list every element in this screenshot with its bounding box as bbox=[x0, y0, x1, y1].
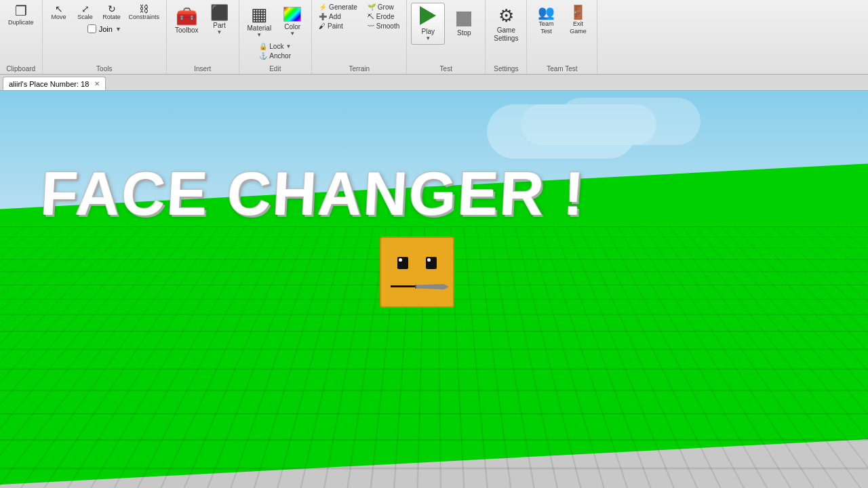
team-icon: 👥 bbox=[538, 4, 555, 20]
part-icon: ⬛ bbox=[210, 5, 229, 20]
tools-section: ↖ Move ⤢ Scale ↻ Rotate ⛓ Constraints Jo… bbox=[43, 0, 167, 74]
move-button[interactable]: ↖ Move bbox=[47, 3, 71, 22]
color-icon bbox=[283, 7, 301, 22]
exit-icon: 🚪 bbox=[570, 4, 587, 20]
duplicate-icon: ❐ bbox=[15, 4, 27, 18]
lock-icon: 🔒 bbox=[259, 43, 267, 50]
gear-icon: ⚙ bbox=[498, 5, 514, 26]
generate-icon: ⚡ bbox=[319, 3, 327, 11]
part-button[interactable]: ⬛ Part ▼ bbox=[205, 3, 235, 38]
add-icon: ➕ bbox=[319, 13, 327, 20]
char-mouth bbox=[391, 280, 443, 293]
generate-button[interactable]: ⚡ Generate bbox=[316, 3, 360, 12]
exit-game-button[interactable]: 🚪 ExitGame bbox=[563, 3, 593, 37]
test-section: Play ▼ Stop Test bbox=[407, 0, 486, 74]
char-eye-left bbox=[397, 257, 408, 269]
paint-icon: 🖌 bbox=[319, 22, 326, 30]
face-changer-title: FACE CHANGER ! bbox=[39, 165, 587, 224]
smooth-icon: 〰 bbox=[368, 22, 374, 30]
anchor-icon: ⚓ bbox=[259, 52, 267, 60]
smooth-button[interactable]: 〰 Smooth bbox=[365, 22, 402, 30]
clipboard-section: ❐ Duplicate Clipboard bbox=[0, 0, 43, 74]
scale-button[interactable]: ⤢ Scale bbox=[73, 3, 98, 22]
stop-icon bbox=[456, 12, 471, 26]
paint-terrain-button[interactable]: 🖌 Paint bbox=[316, 22, 360, 30]
tabbar: aliirl's Place Number: 18 ✕ bbox=[0, 75, 868, 91]
add-terrain-button[interactable]: ➕ Add bbox=[316, 12, 360, 21]
edit-section: ▦ Material ▼ Color ▼ 🔒 Lock ▼ ⚓ Anchor E… bbox=[239, 0, 313, 74]
viewport: FACE CHANGER ! bbox=[0, 91, 868, 488]
grow-icon: 🌱 bbox=[368, 3, 376, 11]
grow-button[interactable]: 🌱 Grow bbox=[365, 3, 402, 12]
rotate-icon: ↻ bbox=[108, 4, 116, 14]
rotate-button[interactable]: ↻ Rotate bbox=[100, 3, 124, 22]
stop-button[interactable]: Stop bbox=[447, 9, 481, 39]
roblox-character bbox=[380, 237, 454, 308]
tab-place[interactable]: aliirl's Place Number: 18 ✕ bbox=[3, 77, 106, 90]
move-icon: ↖ bbox=[55, 4, 63, 14]
team-test-section: 👥 TeamTest 🚪 ExitGame Team Test bbox=[527, 0, 597, 74]
play-icon bbox=[420, 6, 436, 25]
material-icon: ▦ bbox=[251, 5, 268, 23]
team-test-button[interactable]: 👥 TeamTest bbox=[531, 3, 561, 37]
tab-close-button[interactable]: ✕ bbox=[94, 80, 100, 87]
toolbox-button[interactable]: 🧰 Toolbox bbox=[171, 5, 202, 37]
toolbar: ❐ Duplicate Clipboard ↖ Move ⤢ Scale ↻ R… bbox=[0, 0, 868, 75]
duplicate-button[interactable]: ❐ Duplicate bbox=[5, 3, 37, 27]
toolbox-icon: 🧰 bbox=[176, 7, 197, 25]
constraints-icon: ⛓ bbox=[139, 4, 149, 14]
tab-label: aliirl's Place Number: 18 bbox=[9, 80, 89, 88]
terrain-section: ⚡ Generate ➕ Add 🖌 Paint 🌱 Grow bbox=[312, 0, 407, 74]
constraints-button[interactable]: ⛓ Constraints bbox=[126, 3, 163, 22]
erode-button[interactable]: ⛏ Erode bbox=[365, 12, 402, 21]
lock-button[interactable]: 🔒 Lock ▼ bbox=[256, 42, 294, 51]
char-eye-right bbox=[426, 257, 437, 269]
material-button[interactable]: ▦ Material ▼ bbox=[243, 3, 276, 41]
insert-section: 🧰 Toolbox ⬛ Part ▼ Insert bbox=[167, 0, 239, 74]
anchor-button[interactable]: ⚓ Anchor bbox=[256, 52, 294, 60]
settings-section: ⚙ GameSettings Settings bbox=[486, 0, 527, 74]
color-button[interactable]: Color ▼ bbox=[277, 4, 307, 39]
game-settings-button[interactable]: ⚙ GameSettings bbox=[490, 3, 522, 45]
scale-icon: ⤢ bbox=[81, 4, 90, 14]
join-checkbox[interactable] bbox=[87, 24, 96, 33]
play-button[interactable]: Play ▼ bbox=[411, 3, 445, 45]
character-head bbox=[380, 237, 454, 308]
erode-icon: ⛏ bbox=[368, 13, 374, 20]
